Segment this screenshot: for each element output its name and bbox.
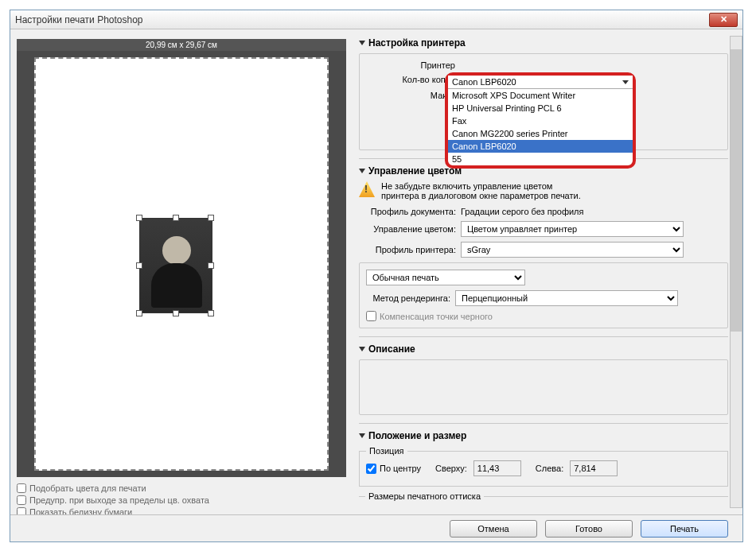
left-input[interactable]	[570, 460, 618, 476]
printer-option[interactable]: Canon MG2200 series Printer	[448, 127, 633, 140]
printer-option[interactable]: Fax	[448, 114, 633, 127]
close-button[interactable]: ✕	[709, 13, 738, 27]
gamut-warning-check[interactable]: Предупр. при выходе за пределы цв. охват…	[17, 495, 346, 505]
window-title: Настройки печати Photoshop	[15, 14, 709, 25]
print-mode-select[interactable]: Обычная печать	[366, 270, 525, 285]
chevron-down-icon	[359, 41, 365, 45]
left-label: Слева:	[536, 464, 563, 473]
resize-handle[interactable]	[136, 215, 142, 221]
preview-page[interactable]	[34, 57, 329, 471]
printer-option[interactable]: HP Universal Printing PCL 6	[448, 102, 633, 114]
printer-dropdown-open[interactable]: Canon LBP6020 Microsoft XPS Document Wri…	[445, 72, 636, 169]
close-icon: ✕	[720, 14, 727, 25]
black-point-check[interactable]: Компенсация точки черного	[366, 311, 721, 321]
printer-profile-select[interactable]: sGray	[461, 242, 684, 258]
chevron-down-icon	[622, 80, 629, 84]
preview-image[interactable]	[139, 218, 212, 313]
dialog-footer: Отмена Готово Печать	[10, 514, 742, 541]
render-group: Обычная печать Метод рендеринга:Перцепци…	[359, 262, 728, 328]
printer-option[interactable]: 55	[448, 153, 633, 165]
resize-handle[interactable]	[173, 215, 179, 221]
doc-profile-value: Градации серого без профиля	[461, 207, 583, 216]
match-colors-check[interactable]: Подобрать цвета для печати	[17, 483, 346, 493]
chevron-down-icon	[359, 433, 365, 438]
print-button[interactable]: Печать	[641, 520, 728, 538]
resize-handle[interactable]	[208, 262, 214, 269]
checkbox[interactable]	[17, 495, 26, 505]
warning-icon	[359, 181, 375, 197]
description-group	[359, 359, 728, 415]
resize-handle[interactable]	[173, 310, 179, 316]
preview-pane: 20,99 см x 29,67 см Подобрать цвета для …	[10, 29, 353, 514]
cancel-button[interactable]: Отмена	[450, 520, 537, 538]
printer-dropdown-selected[interactable]: Canon LBP6020	[448, 76, 633, 89]
printer-option[interactable]: Microsoft XPS Document Writer	[448, 89, 633, 102]
resize-handle[interactable]	[136, 310, 142, 316]
chevron-down-icon	[359, 347, 365, 351]
checkbox[interactable]	[366, 464, 376, 474]
position-fieldset: Позиция По центру Сверху: Слева:	[359, 446, 728, 487]
chevron-down-icon	[359, 169, 365, 173]
color-handling-label: Управление цветом:	[359, 224, 461, 234]
print-size-fieldset: Размеры печатного оттиска	[359, 491, 728, 510]
position-legend: Позиция	[366, 446, 407, 456]
resize-handle[interactable]	[208, 310, 214, 316]
doc-profile-label: Профиль документа:	[359, 207, 461, 216]
center-check[interactable]: По центру	[366, 464, 421, 474]
pos-size-heading[interactable]: Положение и размер	[359, 430, 728, 441]
paper-size-label: 20,99 см x 29,67 см	[17, 39, 346, 51]
warning-text: Не забудьте включить управление цветом п…	[381, 181, 581, 200]
printer-label: Принтер	[366, 60, 460, 70]
render-intent-select[interactable]: Перцепционный	[455, 290, 678, 306]
print-settings-window: Настройки печати Photoshop ✕ 20,99 см x …	[10, 10, 743, 542]
scrollbar[interactable]	[730, 36, 742, 508]
checkbox[interactable]	[366, 311, 376, 321]
render-label: Метод рендеринга:	[366, 293, 455, 303]
preview-area	[17, 51, 346, 477]
printer-setup-heading[interactable]: Настройка принтера	[359, 37, 728, 49]
checkbox[interactable]	[17, 483, 26, 493]
print-size-legend: Размеры печатного оттиска	[365, 491, 484, 501]
printer-option-highlighted[interactable]: Canon LBP6020	[448, 140, 633, 153]
top-label: Сверху:	[435, 464, 467, 473]
done-button[interactable]: Готово	[545, 520, 633, 538]
description-heading[interactable]: Описание	[359, 343, 728, 355]
printer-profile-label: Профиль принтера:	[359, 245, 461, 254]
resize-handle[interactable]	[208, 215, 214, 221]
color-handling-select[interactable]: Цветом управляет принтер	[461, 221, 684, 237]
top-input[interactable]	[473, 460, 521, 476]
color-warning: Не забудьте включить управление цветом п…	[359, 181, 728, 200]
resize-handle[interactable]	[136, 262, 142, 269]
titlebar: Настройки печати Photoshop ✕	[10, 10, 742, 29]
